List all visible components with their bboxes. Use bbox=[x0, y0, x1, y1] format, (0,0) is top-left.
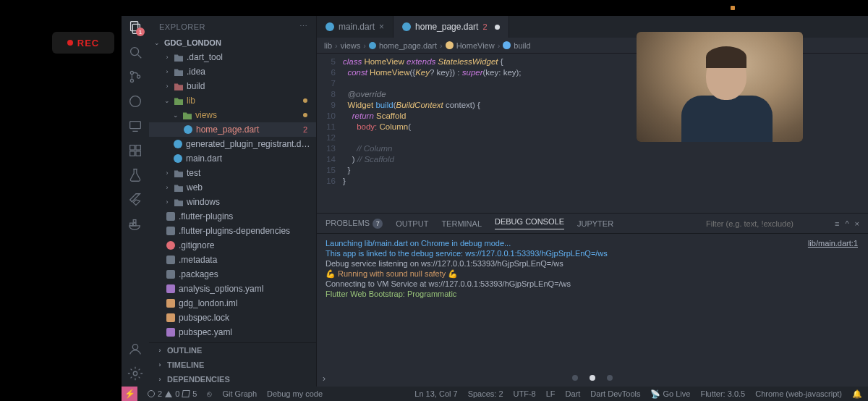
tree-folder[interactable]: ›web bbox=[149, 180, 316, 195]
section-outline[interactable]: ›OUTLINE bbox=[149, 343, 316, 358]
source-control-icon[interactable] bbox=[127, 68, 144, 85]
status-bar: ⚡ 2 0 5 ⎋ Git Graph Debug my code Ln 13,… bbox=[122, 387, 868, 401]
svg-point-17 bbox=[132, 345, 137, 350]
svg-rect-11 bbox=[136, 145, 140, 150]
svg-rect-13 bbox=[136, 151, 140, 156]
rec-dot-icon bbox=[67, 40, 73, 46]
tab-problems[interactable]: PROBLEMS7 bbox=[326, 219, 383, 229]
status-bell-icon[interactable]: 🔔 bbox=[852, 389, 862, 399]
status-flutter[interactable]: Flutter: 3.0.5 bbox=[700, 389, 745, 398]
flutter-icon[interactable] bbox=[127, 191, 144, 208]
tree-file[interactable]: .flutter-plugins-dependencies bbox=[149, 224, 316, 238]
status-debug[interactable]: Debug my code bbox=[267, 389, 323, 398]
status-lang[interactable]: Dart bbox=[566, 389, 581, 398]
svg-point-7 bbox=[130, 96, 141, 107]
svg-line-3 bbox=[138, 55, 142, 59]
modified-dot-icon bbox=[495, 25, 500, 30]
tree-folder[interactable]: ›.dart_tool bbox=[149, 50, 316, 64]
tree-file[interactable]: analysis_options.yaml bbox=[149, 282, 316, 296]
tab-jupyter[interactable]: JUPYTER bbox=[577, 219, 613, 228]
account-icon[interactable] bbox=[127, 340, 144, 358]
svg-point-18 bbox=[133, 371, 137, 376]
explorer-badge: 1 bbox=[136, 28, 145, 36]
panel-collapse-icon[interactable]: ^ bbox=[845, 219, 848, 228]
tree-file[interactable]: .gitignore bbox=[149, 238, 316, 253]
activity-bar: 1 bbox=[122, 16, 149, 387]
svg-rect-10 bbox=[130, 145, 135, 150]
svg-point-5 bbox=[130, 79, 133, 82]
svg-rect-16 bbox=[133, 220, 136, 223]
tree-file[interactable]: .flutter-plugins bbox=[149, 209, 316, 224]
tree-file[interactable]: .packages bbox=[149, 267, 316, 282]
tree-folder[interactable]: ⌄views bbox=[149, 108, 316, 122]
line-gutter: 5678910111213141516 bbox=[317, 54, 343, 213]
status-cursor[interactable]: Ln 13, Col 7 bbox=[414, 389, 457, 398]
status-spaces[interactable]: Spaces: 2 bbox=[468, 389, 503, 398]
panel-filter-input[interactable] bbox=[706, 219, 814, 228]
tree-folder[interactable]: ›.idea bbox=[149, 64, 316, 79]
tree-file[interactable]: pubspec.yaml bbox=[149, 325, 316, 339]
console-source-link[interactable]: lib/main.dart:1 bbox=[808, 238, 858, 248]
recording-indicator: REC bbox=[52, 32, 114, 54]
status-errors[interactable]: 2 0 5 bbox=[148, 389, 197, 398]
tree-root[interactable]: ⌄GDG_LONDON bbox=[149, 35, 316, 50]
tree-folder[interactable]: ›windows bbox=[149, 195, 316, 209]
rec-label: REC bbox=[77, 38, 99, 48]
settings-gear-icon[interactable] bbox=[127, 365, 144, 382]
section-timeline[interactable]: ›TIMELINE bbox=[149, 358, 316, 372]
bottom-panel: PROBLEMS7 OUTPUT TERMINAL DEBUG CONSOLE … bbox=[317, 213, 868, 387]
status-devtools[interactable]: Dart DevTools bbox=[590, 389, 640, 398]
panel-chevron-icon[interactable]: › bbox=[323, 373, 326, 384]
explorer-sidebar: EXPLORER ⋯ ⌄GDG_LONDON ›.dart_tool ›.ide… bbox=[149, 16, 317, 387]
notification-dot bbox=[731, 6, 735, 10]
close-icon[interactable]: × bbox=[379, 22, 384, 32]
search-icon[interactable] bbox=[127, 43, 144, 61]
tree-folder[interactable]: ›build bbox=[149, 79, 316, 93]
pager-dots bbox=[572, 375, 613, 381]
svg-point-4 bbox=[130, 71, 133, 74]
status-eol[interactable]: LF bbox=[546, 389, 556, 398]
debug-console-output[interactable]: lib/main.dart:1 Launching lib/main.dart … bbox=[317, 234, 868, 387]
explorer-more-icon[interactable]: ⋯ bbox=[299, 22, 308, 31]
test-icon[interactable] bbox=[127, 166, 144, 184]
svg-rect-8 bbox=[130, 122, 141, 129]
tree-file-home-page[interactable]: home_page.dart2 bbox=[149, 122, 316, 137]
svg-point-6 bbox=[137, 75, 140, 78]
tree-file[interactable]: main.dart bbox=[149, 151, 316, 166]
webcam-overlay bbox=[637, 32, 803, 142]
extensions-icon[interactable] bbox=[127, 142, 144, 159]
remote-status-icon[interactable]: ⚡ bbox=[122, 387, 137, 401]
tree-file[interactable]: gdg_london.iml bbox=[149, 296, 316, 311]
tab-debug-console[interactable]: DEBUG CONSOLE bbox=[495, 217, 564, 229]
tree-file[interactable]: pubspec.lock bbox=[149, 311, 316, 325]
tree-folder[interactable]: ⌄lib bbox=[149, 93, 316, 108]
svg-rect-12 bbox=[130, 151, 135, 156]
file-tree: ⌄GDG_LONDON ›.dart_tool ›.idea ›build ⌄l… bbox=[149, 35, 316, 342]
status-encoding[interactable]: UTF-8 bbox=[514, 389, 536, 398]
explorer-title: EXPLORER bbox=[159, 22, 205, 31]
tree-file[interactable]: generated_plugin_registrant.dart bbox=[149, 137, 316, 151]
tree-file[interactable]: .metadata bbox=[149, 253, 316, 267]
section-dependencies[interactable]: ›DEPENDENCIES bbox=[149, 372, 316, 387]
docker-icon[interactable] bbox=[127, 216, 144, 233]
svg-point-2 bbox=[131, 48, 139, 56]
panel-close-icon[interactable]: × bbox=[855, 219, 859, 228]
tab-output[interactable]: OUTPUT bbox=[396, 219, 428, 228]
tree-folder[interactable]: ›test bbox=[149, 166, 316, 180]
tab-home-page[interactable]: home_page.dart2 bbox=[393, 16, 509, 38]
remote-icon[interactable] bbox=[127, 117, 144, 135]
status-port-icon[interactable]: ⎋ bbox=[207, 389, 212, 398]
status-device[interactable]: Chrome (web-javascript) bbox=[755, 389, 842, 398]
tab-terminal[interactable]: TERMINAL bbox=[441, 219, 482, 228]
beaker-icon bbox=[182, 390, 190, 397]
status-golive[interactable]: 📡 Go Live bbox=[650, 389, 690, 399]
status-gitgraph[interactable]: Git Graph bbox=[222, 389, 257, 398]
explorer-icon[interactable]: 1 bbox=[127, 19, 144, 36]
github-icon[interactable] bbox=[127, 93, 144, 110]
panel-settings-icon[interactable]: ≡ bbox=[835, 219, 839, 228]
tab-main[interactable]: main.dart× bbox=[317, 16, 393, 38]
